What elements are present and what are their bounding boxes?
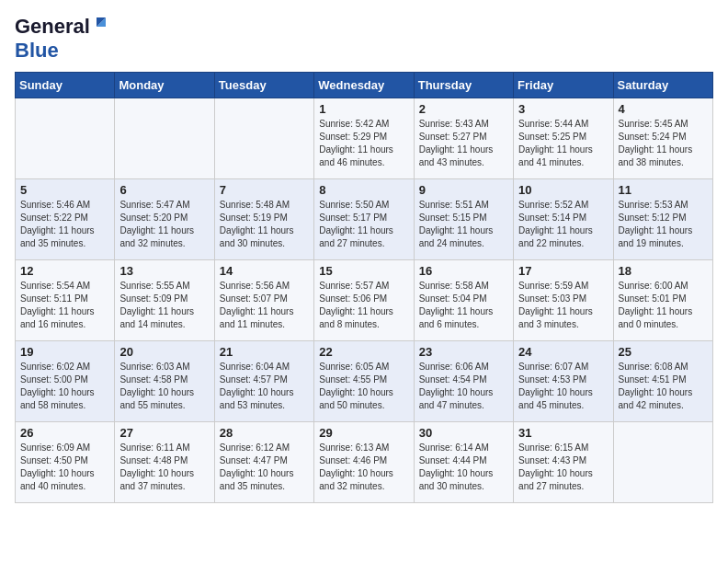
week-row-4: 19Sunrise: 6:02 AM Sunset: 5:00 PM Dayli… xyxy=(16,341,713,422)
day-info: Sunrise: 6:14 AM Sunset: 4:44 PM Dayligh… xyxy=(419,442,508,493)
logo: General Blue xyxy=(15,15,109,63)
logo-general-text: General xyxy=(15,15,90,39)
week-row-2: 5Sunrise: 5:46 AM Sunset: 5:22 PM Daylig… xyxy=(16,179,713,260)
day-number: 7 xyxy=(220,183,309,197)
week-row-5: 26Sunrise: 6:09 AM Sunset: 4:50 PM Dayli… xyxy=(16,422,713,503)
day-info: Sunrise: 5:56 AM Sunset: 5:07 PM Dayligh… xyxy=(220,280,309,331)
week-row-3: 12Sunrise: 5:54 AM Sunset: 5:11 PM Dayli… xyxy=(16,260,713,341)
day-number: 18 xyxy=(619,264,708,278)
calendar-cell: 4Sunrise: 5:45 AM Sunset: 5:24 PM Daylig… xyxy=(613,98,712,179)
week-row-1: 1Sunrise: 5:42 AM Sunset: 5:29 PM Daylig… xyxy=(16,98,713,179)
header-monday: Monday xyxy=(115,73,214,98)
logo-arrow-icon xyxy=(93,14,109,34)
day-info: Sunrise: 6:15 AM Sunset: 4:43 PM Dayligh… xyxy=(518,442,608,493)
calendar-cell: 5Sunrise: 5:46 AM Sunset: 5:22 PM Daylig… xyxy=(16,179,115,260)
day-info: Sunrise: 6:09 AM Sunset: 4:50 PM Dayligh… xyxy=(20,442,109,493)
header-wednesday: Wednesday xyxy=(314,73,414,98)
page-header: General Blue xyxy=(15,15,713,63)
day-info: Sunrise: 5:51 AM Sunset: 5:15 PM Dayligh… xyxy=(419,199,508,250)
calendar-cell: 15Sunrise: 5:57 AM Sunset: 5:06 PM Dayli… xyxy=(314,260,414,341)
calendar-cell: 21Sunrise: 6:04 AM Sunset: 4:57 PM Dayli… xyxy=(214,341,313,422)
day-info: Sunrise: 5:45 AM Sunset: 5:24 PM Dayligh… xyxy=(619,118,708,169)
calendar-cell: 25Sunrise: 6:08 AM Sunset: 4:51 PM Dayli… xyxy=(613,341,712,422)
calendar-cell: 8Sunrise: 5:50 AM Sunset: 5:17 PM Daylig… xyxy=(314,179,414,260)
calendar-cell: 26Sunrise: 6:09 AM Sunset: 4:50 PM Dayli… xyxy=(16,422,115,503)
day-number: 8 xyxy=(319,183,408,197)
day-info: Sunrise: 6:05 AM Sunset: 4:55 PM Dayligh… xyxy=(319,361,408,412)
calendar-cell: 31Sunrise: 6:15 AM Sunset: 4:43 PM Dayli… xyxy=(514,422,613,503)
day-info: Sunrise: 6:02 AM Sunset: 5:00 PM Dayligh… xyxy=(20,361,109,412)
day-number: 10 xyxy=(518,183,608,197)
day-number: 1 xyxy=(319,102,408,116)
day-number: 15 xyxy=(319,264,408,278)
calendar-table: SundayMondayTuesdayWednesdayThursdayFrid… xyxy=(15,72,713,503)
calendar-cell: 10Sunrise: 5:52 AM Sunset: 5:14 PM Dayli… xyxy=(514,179,613,260)
day-info: Sunrise: 6:00 AM Sunset: 5:01 PM Dayligh… xyxy=(619,280,708,331)
day-number: 25 xyxy=(619,345,708,359)
day-number: 26 xyxy=(20,426,109,440)
calendar-cell: 11Sunrise: 5:53 AM Sunset: 5:12 PM Dayli… xyxy=(613,179,712,260)
calendar-cell xyxy=(214,98,313,179)
calendar-cell: 3Sunrise: 5:44 AM Sunset: 5:25 PM Daylig… xyxy=(514,98,613,179)
day-info: Sunrise: 5:54 AM Sunset: 5:11 PM Dayligh… xyxy=(20,280,109,331)
day-info: Sunrise: 5:46 AM Sunset: 5:22 PM Dayligh… xyxy=(20,199,109,250)
calendar-cell: 17Sunrise: 5:59 AM Sunset: 5:03 PM Dayli… xyxy=(514,260,613,341)
calendar-cell: 30Sunrise: 6:14 AM Sunset: 4:44 PM Dayli… xyxy=(414,422,513,503)
calendar-cell: 7Sunrise: 5:48 AM Sunset: 5:19 PM Daylig… xyxy=(214,179,313,260)
calendar-cell: 23Sunrise: 6:06 AM Sunset: 4:54 PM Dayli… xyxy=(414,341,513,422)
calendar-cell: 12Sunrise: 5:54 AM Sunset: 5:11 PM Dayli… xyxy=(16,260,115,341)
day-info: Sunrise: 6:03 AM Sunset: 4:58 PM Dayligh… xyxy=(119,361,209,412)
day-info: Sunrise: 6:08 AM Sunset: 4:51 PM Dayligh… xyxy=(619,361,708,412)
calendar-cell: 22Sunrise: 6:05 AM Sunset: 4:55 PM Dayli… xyxy=(314,341,414,422)
calendar-cell: 28Sunrise: 6:12 AM Sunset: 4:47 PM Dayli… xyxy=(214,422,313,503)
calendar-cell: 9Sunrise: 5:51 AM Sunset: 5:15 PM Daylig… xyxy=(414,179,513,260)
day-number: 20 xyxy=(119,345,209,359)
day-info: Sunrise: 5:44 AM Sunset: 5:25 PM Dayligh… xyxy=(518,118,608,169)
day-number: 30 xyxy=(419,426,508,440)
calendar-cell xyxy=(613,422,712,503)
day-number: 28 xyxy=(220,426,309,440)
calendar-cell xyxy=(115,98,214,179)
day-info: Sunrise: 5:59 AM Sunset: 5:03 PM Dayligh… xyxy=(518,280,608,331)
calendar-cell xyxy=(16,98,115,179)
day-info: Sunrise: 5:55 AM Sunset: 5:09 PM Dayligh… xyxy=(119,280,209,331)
calendar-header-row: SundayMondayTuesdayWednesdayThursdayFrid… xyxy=(16,73,713,98)
calendar-cell: 24Sunrise: 6:07 AM Sunset: 4:53 PM Dayli… xyxy=(514,341,613,422)
day-info: Sunrise: 5:57 AM Sunset: 5:06 PM Dayligh… xyxy=(319,280,408,331)
day-info: Sunrise: 6:12 AM Sunset: 4:47 PM Dayligh… xyxy=(220,442,309,493)
day-number: 6 xyxy=(119,183,209,197)
day-info: Sunrise: 5:42 AM Sunset: 5:29 PM Dayligh… xyxy=(319,118,408,169)
calendar-cell: 20Sunrise: 6:03 AM Sunset: 4:58 PM Dayli… xyxy=(115,341,214,422)
day-number: 16 xyxy=(419,264,508,278)
day-number: 9 xyxy=(419,183,508,197)
day-number: 24 xyxy=(518,345,608,359)
calendar-cell: 1Sunrise: 5:42 AM Sunset: 5:29 PM Daylig… xyxy=(314,98,414,179)
calendar-cell: 13Sunrise: 5:55 AM Sunset: 5:09 PM Dayli… xyxy=(115,260,214,341)
header-sunday: Sunday xyxy=(16,73,115,98)
calendar-cell: 18Sunrise: 6:00 AM Sunset: 5:01 PM Dayli… xyxy=(613,260,712,341)
header-friday: Friday xyxy=(514,73,613,98)
day-info: Sunrise: 5:43 AM Sunset: 5:27 PM Dayligh… xyxy=(419,118,508,169)
day-number: 5 xyxy=(20,183,109,197)
day-number: 14 xyxy=(220,264,309,278)
logo-blue-text: Blue xyxy=(15,39,59,62)
day-info: Sunrise: 6:13 AM Sunset: 4:46 PM Dayligh… xyxy=(319,442,408,493)
day-info: Sunrise: 5:50 AM Sunset: 5:17 PM Dayligh… xyxy=(319,199,408,250)
header-tuesday: Tuesday xyxy=(214,73,313,98)
day-number: 19 xyxy=(20,345,109,359)
day-number: 3 xyxy=(518,102,608,116)
day-number: 11 xyxy=(619,183,708,197)
header-thursday: Thursday xyxy=(414,73,513,98)
day-info: Sunrise: 6:04 AM Sunset: 4:57 PM Dayligh… xyxy=(220,361,309,412)
day-info: Sunrise: 5:48 AM Sunset: 5:19 PM Dayligh… xyxy=(220,199,309,250)
day-number: 21 xyxy=(220,345,309,359)
day-info: Sunrise: 6:07 AM Sunset: 4:53 PM Dayligh… xyxy=(518,361,608,412)
day-info: Sunrise: 6:06 AM Sunset: 4:54 PM Dayligh… xyxy=(419,361,508,412)
day-number: 12 xyxy=(20,264,109,278)
calendar-cell: 27Sunrise: 6:11 AM Sunset: 4:48 PM Dayli… xyxy=(115,422,214,503)
day-info: Sunrise: 5:58 AM Sunset: 5:04 PM Dayligh… xyxy=(419,280,508,331)
day-number: 23 xyxy=(419,345,508,359)
calendar-cell: 14Sunrise: 5:56 AM Sunset: 5:07 PM Dayli… xyxy=(214,260,313,341)
day-info: Sunrise: 5:52 AM Sunset: 5:14 PM Dayligh… xyxy=(518,199,608,250)
calendar-cell: 2Sunrise: 5:43 AM Sunset: 5:27 PM Daylig… xyxy=(414,98,513,179)
